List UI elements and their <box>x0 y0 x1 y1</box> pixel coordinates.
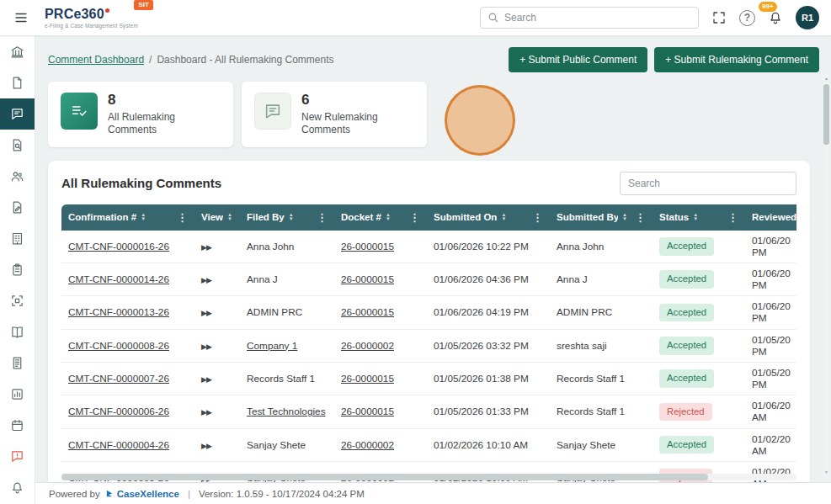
casexellence-logo-icon <box>105 489 115 498</box>
sidebar-item-file-lines[interactable] <box>0 347 35 379</box>
scroll-down-arrow-icon[interactable]: ▼ <box>823 468 829 476</box>
sidebar-item-chart[interactable] <box>0 379 35 410</box>
users-icon <box>10 169 24 183</box>
confirmation-link[interactable]: CMT-CNF-0000014-26 <box>68 273 169 285</box>
view-details-icon[interactable]: ▶▶ <box>201 309 211 317</box>
stat-text: 6 New Rulemaking Comments <box>301 93 414 136</box>
view-details-icon[interactable]: ▶▶ <box>201 342 211 351</box>
notifications-bell-button[interactable]: 99+ <box>766 8 785 27</box>
status-badge: Rejected <box>659 403 712 422</box>
docket-cell: 26-0000015 <box>334 363 427 395</box>
sidebar-item-chat-alert[interactable] <box>0 441 35 472</box>
confirmation-link[interactable]: CMT-CNF-0000013-26 <box>68 306 169 318</box>
view-details-icon[interactable]: ▶▶ <box>201 408 211 416</box>
global-search-input[interactable] <box>480 7 699 29</box>
filed-by-link[interactable]: Test Technologies <box>247 406 326 417</box>
filed-by-cell: Records Staff 1 <box>240 363 334 395</box>
docket-link[interactable]: 26-0000015 <box>341 406 394 417</box>
help-icon[interactable]: ? <box>739 10 755 26</box>
sidebar-item-bell[interactable] <box>0 472 35 503</box>
filed-by-link[interactable]: Company 1 <box>247 340 297 352</box>
sidebar-item-file-search[interactable] <box>0 130 35 161</box>
sort-icon[interactable]: ▲▼ <box>501 213 506 222</box>
submit-rulemaking-comment-button[interactable]: + Submit Rulemaking Comment <box>654 47 819 72</box>
column-menu-icon[interactable]: ⋮ <box>173 211 188 224</box>
powered-by-label: Powered by <box>49 489 100 499</box>
environment-badge: SIT <box>134 0 152 10</box>
vertical-scrollbar[interactable]: ▲ ▼ <box>823 74 829 476</box>
sidebar-item-users[interactable] <box>0 161 35 192</box>
fullscreen-icon[interactable] <box>710 8 728 27</box>
column-header-confirmation[interactable]: Confirmation #▲▼⋮ <box>61 204 194 231</box>
stat-card-new-rulemaking-comments: 6 New Rulemaking Comments <box>242 82 427 147</box>
confirmation-cell: CMT-CNF-0000007-26 <box>61 363 194 395</box>
view-details-icon[interactable]: ▶▶ <box>201 375 211 384</box>
docket-link[interactable]: 26-0000015 <box>341 273 394 285</box>
sidebar-item-clipboard[interactable] <box>0 254 35 285</box>
column-menu-icon[interactable]: ⋮ <box>313 211 328 224</box>
scroll-up-arrow-icon[interactable]: ▲ <box>823 74 829 82</box>
view-details-icon[interactable]: ▶▶ <box>201 276 211 284</box>
column-menu-icon[interactable]: ⋮ <box>631 211 646 224</box>
sort-icon[interactable]: ▲▼ <box>622 213 627 222</box>
confirmation-link[interactable]: CMT-CNF-0000007-26 <box>68 373 169 385</box>
bell-icon <box>10 480 24 495</box>
column-header-reviewed[interactable]: Reviewed▲▼⋮ <box>745 204 796 231</box>
menu-icon[interactable] <box>12 8 30 27</box>
sort-icon[interactable]: ▲▼ <box>141 213 146 222</box>
status-cell: Accepted <box>653 363 745 395</box>
sort-icon[interactable]: ▲▼ <box>289 213 294 222</box>
docket-link[interactable]: 26-0000015 <box>341 241 394 252</box>
docket-link[interactable]: 26-0000015 <box>341 373 394 385</box>
sidebar-item-scan[interactable] <box>0 285 35 316</box>
confirmation-link[interactable]: CMT-CNF-0000006-26 <box>68 406 169 417</box>
breadcrumb: Comment Dashboard / Dashboard - All Rule… <box>35 36 831 80</box>
sidebar-item-book[interactable] <box>0 316 35 347</box>
confirmation-link[interactable]: CMT-CNF-0000008-26 <box>68 340 169 352</box>
sort-icon[interactable]: ▲▼ <box>227 213 232 222</box>
file-icon <box>10 76 24 90</box>
column-header-docket[interactable]: Docket #▲▼⋮ <box>334 204 427 231</box>
view-cell: ▶▶ <box>194 395 240 428</box>
column-header-submitted-by[interactable]: Submitted By▲▼⋮ <box>550 204 653 231</box>
column-header-filed-by[interactable]: Filed By▲▼⋮ <box>240 204 334 231</box>
view-details-icon[interactable]: ▶▶ <box>201 442 211 450</box>
table-wrap: Confirmation #▲▼⋮View▲▼Filed By▲▼⋮Docket… <box>61 204 796 482</box>
column-label: Reviewed <box>752 212 796 222</box>
view-details-icon[interactable]: ▶▶ <box>201 243 211 252</box>
docket-link[interactable]: 26-0000015 <box>341 306 394 318</box>
reviewed-cell: 01/06/20AM <box>745 395 796 428</box>
casexellence-brand[interactable]: CaseXellence <box>105 489 179 499</box>
column-label: Confirmation # <box>68 212 136 222</box>
column-header-status[interactable]: Status▲▼⋮ <box>653 204 745 231</box>
sidebar-item-comment[interactable] <box>0 98 35 130</box>
confirmation-link[interactable]: CMT-CNF-0000004-26 <box>68 439 169 451</box>
vertical-scrollbar-thumb[interactable] <box>823 84 829 145</box>
user-avatar[interactable]: R1 <box>796 6 819 29</box>
docket-link[interactable]: 26-0000002 <box>341 439 394 451</box>
footer-separator: | <box>188 489 190 499</box>
sidebar-item-building[interactable] <box>0 223 35 254</box>
submit-public-comment-button[interactable]: + Submit Public Comment <box>509 47 647 72</box>
column-header-submitted-on[interactable]: Submitted On▲▼⋮ <box>427 204 550 231</box>
sidebar-item-calendar[interactable] <box>0 410 35 441</box>
horizontal-scrollbar-thumb[interactable] <box>61 474 708 480</box>
horizontal-scrollbar[interactable] <box>61 474 796 480</box>
table-search-input[interactable] <box>620 172 796 195</box>
sort-icon[interactable]: ▲▼ <box>693 213 698 222</box>
column-menu-icon[interactable]: ⋮ <box>529 211 543 224</box>
breadcrumb-link-comment-dashboard[interactable]: Comment Dashboard <box>48 54 144 66</box>
table-row: CMT-CNF-0000008-26▶▶Company 126-00000020… <box>61 330 796 363</box>
column-menu-icon[interactable]: ⋮ <box>724 211 738 224</box>
confirmation-link[interactable]: CMT-CNF-0000016-26 <box>68 241 169 252</box>
column-menu-icon[interactable]: ⋮ <box>406 211 420 224</box>
docket-link[interactable]: 26-0000002 <box>341 340 394 352</box>
file-edit-icon <box>10 200 24 215</box>
view-cell: ▶▶ <box>194 429 240 462</box>
sidebar-item-bank[interactable] <box>0 36 35 67</box>
column-header-view[interactable]: View▲▼ <box>194 204 240 231</box>
submitted-on-cell: 01/05/2026 03:32 PM <box>427 330 550 363</box>
sidebar-item-file[interactable] <box>0 67 35 98</box>
sort-icon[interactable]: ▲▼ <box>386 213 391 222</box>
sidebar-item-file-edit[interactable] <box>0 192 35 223</box>
